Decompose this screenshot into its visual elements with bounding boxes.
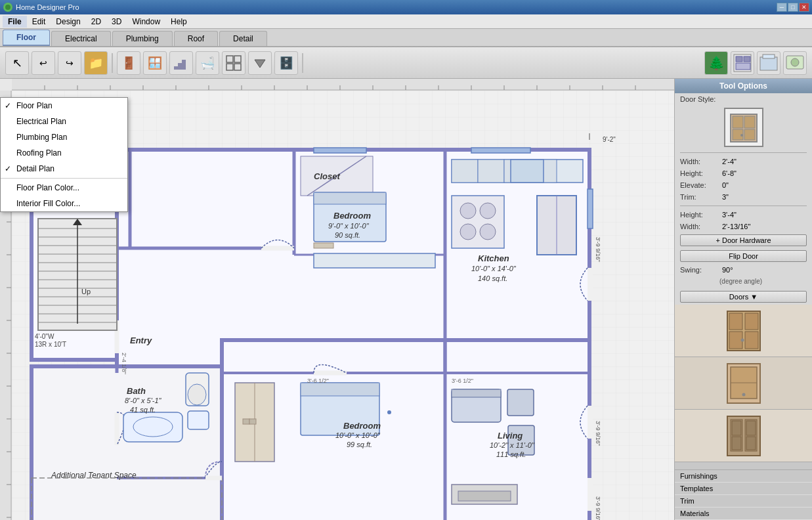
svg-rect-129: [458, 491, 511, 501]
dropdown-item-interior-fill[interactable]: Interior Fill Color...: [1, 196, 127, 211]
svg-rect-189: [744, 129, 755, 140]
tool-fixture[interactable]: [248, 51, 272, 75]
svg-text:90 sq.ft.: 90 sq.ft.: [335, 231, 360, 239]
svg-point-200: [742, 393, 745, 396]
door-hardware-btn[interactable]: + Door Hardware: [680, 234, 807, 246]
tool-door[interactable]: 🚪: [117, 51, 140, 75]
dropdown-item-roofing[interactable]: Roofing Plan: [1, 145, 127, 161]
svg-text:4'-0"W: 4'-0"W: [35, 333, 54, 340]
svg-rect-79: [588, 268, 593, 301]
svg-rect-110: [511, 160, 544, 183]
svg-rect-76: [471, 148, 530, 153]
tool-folder[interactable]: 📁: [84, 51, 108, 75]
svg-text:Additional Tenant Space: Additional Tenant Space: [51, 471, 137, 480]
menu-design[interactable]: Design: [51, 16, 85, 28]
dropdown-item-plumbing[interactable]: Plumbing Plan: [1, 129, 127, 145]
svg-text:10'-0" x 10'-0": 10'-0" x 10'-0": [335, 431, 381, 439]
bottom-tab-furnishings[interactable]: Furnishings: [675, 470, 812, 483]
svg-text:3'-6 1/2": 3'-6 1/2": [452, 378, 473, 384]
tab-floor[interactable]: Floor: [3, 30, 50, 46]
svg-text:13R x 10'T: 13R x 10'T: [35, 341, 66, 348]
svg-point-103: [188, 384, 206, 405]
menu-edit[interactable]: Edit: [27, 16, 51, 28]
titlebar: Home Designer Pro ─ □ ✕: [0, 0, 812, 14]
svg-rect-81: [588, 478, 593, 511]
tool-window[interactable]: 🪟: [143, 51, 167, 75]
svg-text:9'-2": 9'-2": [603, 136, 616, 143]
svg-rect-135: [314, 243, 333, 248]
tool-cabinet[interactable]: 🗄️: [274, 51, 298, 75]
door-sample-3[interactable]: [675, 410, 812, 462]
door-sample-2[interactable]: [675, 357, 812, 410]
tool-tree[interactable]: 🌲: [704, 51, 728, 75]
doors-dropdown-btn[interactable]: Doors ▼: [680, 291, 807, 303]
menu-2d[interactable]: 2D: [86, 16, 106, 28]
dropdown-item-floor-color[interactable]: Floor Plan Color...: [1, 180, 127, 196]
tool-3d-view[interactable]: [757, 51, 780, 75]
tool-redo[interactable]: ↪: [58, 51, 81, 75]
flip-door-btn[interactable]: Flip Door: [680, 250, 807, 262]
svg-rect-75: [314, 148, 366, 153]
tabbar: Floor Electrical Plumbing Roof Detail: [0, 29, 812, 47]
menu-window[interactable]: Window: [127, 16, 165, 28]
svg-rect-123: [249, 419, 256, 424]
svg-rect-193: [745, 313, 758, 330]
tool-stairs[interactable]: [169, 51, 193, 75]
tool-photo-view[interactable]: [783, 51, 807, 75]
dropdown-menu: ✓ Floor Plan Electrical Plan Plumbing Pl…: [0, 97, 128, 212]
maximize-btn[interactable]: □: [788, 3, 798, 12]
svg-rect-127: [507, 389, 534, 416]
tool-grid[interactable]: [222, 51, 246, 75]
menu-3d[interactable]: 3D: [106, 16, 127, 28]
door-sample-1[interactable]: [675, 305, 812, 357]
canvas-area[interactable]: Up 4'-0"W 13R x 10'T: [0, 79, 674, 520]
svg-rect-2: [174, 66, 178, 70]
bottom-tab-templates[interactable]: Templates: [675, 483, 812, 495]
menubar: File Edit Design 2D 3D Window Help: [0, 14, 812, 29]
svg-rect-8: [234, 64, 241, 70]
right-panel: Tool Options Door Style: Width: 2'-4" He…: [674, 79, 812, 520]
dropdown-item-electrical[interactable]: Electrical Plan: [1, 114, 127, 129]
tab-plumbing[interactable]: Plumbing: [112, 31, 173, 46]
sep-1: [680, 152, 807, 153]
width-row: Width: 2'-4": [675, 156, 812, 167]
minimize-btn[interactable]: ─: [777, 3, 787, 12]
svg-rect-11: [744, 56, 750, 62]
menu-help[interactable]: Help: [165, 16, 192, 28]
sep-2: [680, 206, 807, 206]
tool-floorplan-view[interactable]: [731, 51, 754, 75]
svg-text:Kitchen: Kitchen: [478, 253, 509, 263]
svg-point-115: [480, 203, 496, 219]
title-text: Home Designer Pro: [16, 3, 777, 11]
app-icon: [3, 2, 13, 12]
svg-rect-17: [12, 79, 674, 91]
tool-undo[interactable]: ↩: [32, 51, 55, 75]
svg-text:Living: Living: [498, 431, 523, 441]
svg-text:Bath: Bath: [127, 386, 146, 396]
dropdown-item-floor-plan[interactable]: ✓ Floor Plan: [1, 98, 127, 114]
bottom-tabs: Furnishings Templates Trim Materials: [675, 469, 812, 520]
bottom-tab-materials[interactable]: Materials: [675, 508, 812, 520]
tab-electrical[interactable]: Electrical: [51, 31, 111, 46]
door-style-preview[interactable]: [724, 108, 763, 147]
check-floor-plan: ✓: [5, 101, 11, 110]
tool-arrow[interactable]: ↖: [5, 51, 29, 75]
swing-row: Swing: 90°: [675, 264, 812, 276]
close-btn[interactable]: ✕: [799, 3, 809, 12]
menu-file[interactable]: File: [3, 16, 27, 28]
svg-point-124: [387, 410, 391, 414]
svg-rect-5: [226, 56, 233, 62]
svg-rect-4: [182, 60, 186, 70]
check-detail: ✓: [5, 164, 11, 173]
tab-detail[interactable]: Detail: [219, 31, 267, 46]
tab-roof[interactable]: Roof: [174, 31, 218, 46]
svg-point-117: [480, 224, 496, 240]
svg-text:Up: Up: [81, 288, 91, 295]
width2-row: Width: 2'-13/16": [675, 221, 812, 232]
svg-text:2'-4 1/8": 2'-4 1/8": [121, 353, 127, 374]
svg-rect-192: [729, 313, 742, 330]
svg-rect-119: [301, 383, 379, 396]
bottom-tab-trim[interactable]: Trim: [675, 495, 812, 508]
dropdown-item-detail[interactable]: ✓ Detail Plan: [1, 161, 127, 177]
tool-bathtub[interactable]: 🛁: [196, 51, 219, 75]
